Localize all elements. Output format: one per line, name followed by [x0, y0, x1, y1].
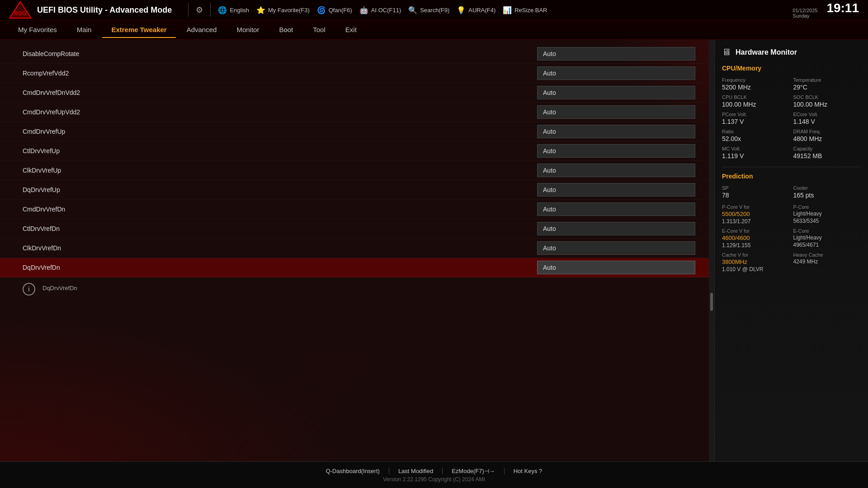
table-row[interactable]: CmdDrvVrefDn Auto — [0, 200, 709, 219]
setting-value-11[interactable]: Auto — [537, 261, 695, 274]
setting-value-5[interactable]: Auto — [537, 144, 695, 158]
table-row-selected[interactable]: DqDrvVrefDn Auto — [0, 258, 709, 277]
footer: Q-Dashboard(Insert) Last Modified EzMode… — [0, 461, 868, 488]
info-row: i DqDrvVrefDn — [0, 277, 709, 301]
prediction-pcore-v: P-Core V for 5500/5200 1.313/1.207 — [722, 204, 790, 225]
setting-value-1[interactable]: Auto — [537, 66, 695, 80]
footer-btn-last-modified[interactable]: Last Modified — [389, 468, 443, 474]
setting-value-9[interactable]: Auto — [537, 222, 695, 235]
table-row[interactable]: RcompVrefVdd2 Auto — [0, 64, 709, 83]
monitor-item-frequency: Frequency 5200 MHz — [722, 77, 790, 91]
monitor-item-ratio: Ratio 52.00x — [722, 129, 790, 142]
nav-tabs: My Favorites Main Extreme Tweaker Advanc… — [0, 20, 868, 39]
tab-advanced[interactable]: Advanced — [178, 22, 226, 38]
footer-btn-qdashboard[interactable]: Q-Dashboard(Insert) — [317, 468, 389, 474]
tool-aura[interactable]: 💡 AURA(F4) — [457, 6, 495, 14]
prediction-section-title: Prediction — [722, 173, 861, 180]
settings-icon[interactable]: ⚙ — [196, 5, 203, 15]
tool-favorite[interactable]: ⭐ My Favorite(F3) — [256, 6, 310, 14]
setting-value-0[interactable]: Auto — [537, 47, 695, 61]
table-row[interactable]: CmdDrvVrefUp Auto — [0, 122, 709, 141]
tab-tool[interactable]: Tool — [304, 22, 335, 38]
aura-icon: 💡 — [457, 6, 466, 14]
table-row[interactable]: ClkDrvVrefUp Auto — [0, 161, 709, 180]
tool-english[interactable]: 🌐 English — [218, 6, 249, 14]
monitor-item-ecore-volt: ECore Volt. 1.148 V — [793, 112, 861, 125]
monitor-item-temperature: Temperature 29°C — [793, 77, 861, 91]
bios-title: UEFI BIOS Utility - Advanced Mode — [37, 5, 172, 15]
tool-aioc-label: AI OC(F11) — [371, 7, 401, 14]
setting-value-10[interactable]: Auto — [537, 241, 695, 255]
content-area: DisableCompRotate Auto RcompVrefVdd2 Aut… — [0, 40, 709, 461]
setting-value-6[interactable]: Auto — [537, 164, 695, 177]
setting-value-3[interactable]: Auto — [537, 105, 695, 119]
cpu-memory-section-title: CPU/Memory — [722, 65, 861, 72]
tab-extreme-tweaker[interactable]: Extreme Tweaker — [102, 22, 175, 38]
prediction-pcore-light: P-Core Light/Heavy 5633/5345 — [793, 204, 861, 225]
tool-aioc[interactable]: 🤖 AI OC(F11) — [359, 6, 401, 14]
prediction-sp: SP 78 — [722, 185, 790, 199]
tab-monitor[interactable]: Monitor — [227, 22, 268, 38]
hw-monitor-title: 🖥 Hardware Monitor — [722, 47, 861, 57]
cpu-memory-grid: Frequency 5200 MHz Temperature 29°C CPU … — [722, 77, 861, 160]
monitor-item-capacity: Capacity 49152 MB — [793, 146, 861, 160]
main-layout: DisableCompRotate Auto RcompVrefVdd2 Aut… — [0, 40, 868, 461]
prediction-ecore-v: E-Core V for 4600/4600 1.129/1.155 — [722, 228, 790, 249]
scrollbar-thumb[interactable] — [710, 293, 713, 311]
top-bar: ROG UEFI BIOS Utility - Advanced Mode ⚙ … — [0, 0, 868, 20]
table-row[interactable]: DqDrvVrefUp Auto — [0, 180, 709, 200]
table-row[interactable]: DisableCompRotate Auto — [0, 44, 709, 64]
monitor-item-soc-bclk: SOC BCLK 100.00 MHz — [793, 94, 861, 108]
monitor-item-cpu-bclk: CPU BCLK 100.00 MHz — [722, 94, 790, 108]
tool-english-label: English — [230, 7, 249, 14]
prediction-heavy-cache: Heavy Cache 4249 MHz — [793, 252, 861, 272]
logo-area: ROG UEFI BIOS Utility - Advanced Mode — [9, 1, 172, 19]
header: ROG UEFI BIOS Utility - Advanced Mode ⚙ … — [0, 0, 868, 40]
setting-value-8[interactable]: Auto — [537, 202, 695, 216]
prediction-ecore-light: E-Core Light/Heavy 4965/4671 — [793, 228, 861, 249]
footer-btn-ezmode[interactable]: EzMode(F7)⊣→ — [443, 468, 505, 474]
divider-1 — [188, 3, 189, 17]
datetime-area: 01/12/2025 Sunday 19:11 — [793, 2, 859, 19]
scrollbar[interactable] — [709, 40, 714, 461]
info-text: DqDrvVrefDn — [42, 283, 77, 291]
tab-my-favorites[interactable]: My Favorites — [9, 22, 66, 38]
monitor-icon: 🖥 — [722, 47, 731, 57]
tab-exit[interactable]: Exit — [336, 22, 366, 38]
resizebar-icon: 📊 — [503, 6, 512, 14]
footer-btn-hotkeys[interactable]: Hot Keys ? — [505, 468, 552, 474]
table-row[interactable]: ClkDrvVrefDn Auto — [0, 239, 709, 258]
tool-qfan-label: Qfan(F6) — [329, 7, 352, 14]
tool-resizebar[interactable]: 📊 ReSize BAR — [503, 6, 547, 14]
fan-icon: 🌀 — [317, 6, 326, 14]
svg-text:ROG: ROG — [14, 10, 26, 17]
setting-value-4[interactable]: Auto — [537, 125, 695, 138]
tab-main[interactable]: Main — [68, 22, 101, 38]
star-icon: ⭐ — [256, 6, 265, 14]
footer-nav: Q-Dashboard(Insert) Last Modified EzMode… — [317, 468, 552, 474]
top-bar-left: ROG UEFI BIOS Utility - Advanced Mode ⚙ … — [9, 1, 785, 19]
setting-value-2[interactable]: Auto — [537, 86, 695, 99]
table-row[interactable]: CmdDrvVrefUpVdd2 Auto — [0, 103, 709, 122]
info-icon: i — [23, 283, 35, 296]
tool-resizebar-label: ReSize BAR — [514, 7, 547, 14]
tool-qfan[interactable]: 🌀 Qfan(F6) — [317, 6, 352, 14]
search-icon: 🔍 — [408, 6, 417, 14]
prediction-cache-v: Cache V for 3800MHz 1.010 V @ DLVR — [722, 252, 790, 272]
tool-search-label: Search(F9) — [420, 7, 449, 14]
hw-monitor-title-text: Hardware Monitor — [736, 48, 797, 56]
table-row[interactable]: CtlDrvVrefUp Auto — [0, 141, 709, 161]
day-display: Sunday — [793, 13, 809, 19]
time-display: 19:11 — [826, 2, 859, 14]
divider-2 — [210, 3, 211, 17]
globe-icon: 🌐 — [218, 6, 227, 14]
date-display: 01/12/2025 — [793, 8, 817, 13]
table-row[interactable]: CtlDrvVrefDn Auto — [0, 219, 709, 239]
tool-favorite-label: My Favorite(F3) — [268, 7, 310, 14]
monitor-item-dram-freq: DRAM Freq. 4800 MHz — [793, 129, 861, 142]
table-row[interactable]: CmdDrvVrefDnVdd2 Auto — [0, 83, 709, 103]
tab-boot[interactable]: Boot — [270, 22, 302, 38]
prediction-pcore: P-Core V for 5500/5200 1.313/1.207 P-Cor… — [722, 204, 861, 272]
tool-search[interactable]: 🔍 Search(F9) — [408, 6, 449, 14]
setting-value-7[interactable]: Auto — [537, 183, 695, 197]
